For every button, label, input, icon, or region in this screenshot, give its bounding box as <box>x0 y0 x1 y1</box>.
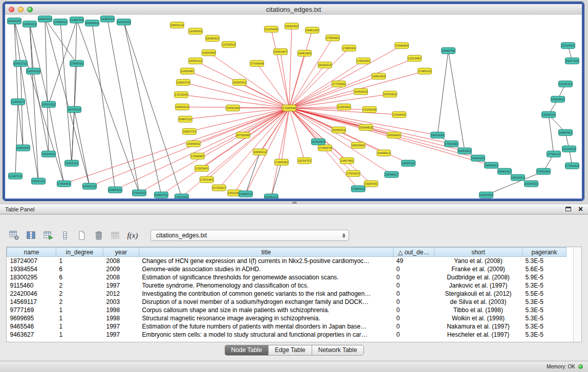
import-table-icon[interactable] <box>41 228 55 243</box>
graph-node[interactable]: 15905131 <box>65 160 79 166</box>
graph-edge[interactable] <box>271 162 281 197</box>
graph-node[interactable]: 14850393 <box>372 73 386 79</box>
minimize-window-button[interactable] <box>18 7 24 12</box>
graph-node[interactable]: 18505931 <box>352 142 365 148</box>
graph-edge[interactable] <box>448 51 465 151</box>
graph-node[interactable]: 18216212 <box>42 151 56 157</box>
column-header[interactable]: in_degree <box>56 248 103 257</box>
graph-node[interactable]: 12754512 <box>222 41 236 48</box>
close-window-button[interactable] <box>9 7 14 12</box>
table-cell[interactable]: 1997 <box>103 281 139 290</box>
graph-node[interactable]: 18099611 <box>377 150 391 156</box>
graph-node[interactable]: 19245021 <box>525 181 538 187</box>
table-cell[interactable]: Hescheler et al. (1997) <box>434 331 522 339</box>
table-cell[interactable]: Structural magnetic resonance image aver… <box>139 314 394 322</box>
graph-node[interactable]: 17615041 <box>175 194 189 199</box>
table-cell[interactable]: 5.3E-5 <box>522 331 567 339</box>
graph-node[interactable]: 18845912 <box>559 129 573 136</box>
graph-node[interactable]: 16640910 <box>285 23 299 29</box>
new-file-icon[interactable] <box>75 228 89 243</box>
table-cell[interactable]: 9115460 <box>7 281 56 290</box>
column-header[interactable]: short <box>434 248 522 257</box>
graph-node[interactable]: 22045612 <box>332 127 346 133</box>
table-row[interactable]: 946554611997Estimation of the future num… <box>7 322 567 331</box>
graph-node[interactable]: 14262214 <box>101 16 115 22</box>
table-cell[interactable]: Franke et al. (2009) <box>434 265 522 273</box>
table-cell[interactable]: Disruption of a novel member of a sodium… <box>139 298 394 306</box>
graph-node[interactable]: 12650312 <box>27 68 40 74</box>
table-cell[interactable]: Tibbo et al. (1998) <box>434 306 522 314</box>
graph-node[interactable]: 17695021 <box>70 60 84 67</box>
graph-node[interactable]: 18096112 <box>265 194 278 199</box>
table-row[interactable]: 1872400712008Changes of HCN gene express… <box>7 257 567 265</box>
graph-edge[interactable] <box>124 22 182 197</box>
graph-node[interactable]: 16156721 <box>298 158 312 164</box>
graph-node[interactable]: 15091245 <box>226 105 240 111</box>
graph-edge[interactable] <box>15 102 18 176</box>
graph-node[interactable]: 17895562 <box>275 159 289 165</box>
table-cell[interactable]: 0 <box>394 298 434 306</box>
table-cell[interactable]: 5.6E-5 <box>522 265 567 273</box>
table-row[interactable]: 911546021997Tourette syndrome. Phenomeno… <box>7 281 567 290</box>
graph-node[interactable]: 17485081 <box>342 45 356 51</box>
table-cell[interactable]: Embryonic stem cells: a model to study s… <box>139 331 394 339</box>
table-cell[interactable]: 14569117 <box>7 298 56 306</box>
graph-edge[interactable] <box>33 71 49 154</box>
graph-node[interactable]: 19505131 <box>32 178 46 184</box>
table-cell[interactable]: Estimation of significance thresholds fo… <box>139 273 394 281</box>
table-cell[interactable]: 2 <box>56 281 103 290</box>
graph-node[interactable]: 12950217 <box>11 99 25 105</box>
graph-node[interactable]: 18019212 <box>511 174 525 181</box>
table-cell[interactable]: Estimation of the future numbers of pati… <box>139 322 394 331</box>
graph-node[interactable]: 16026215 <box>318 62 332 68</box>
table-cell[interactable]: 19384554 <box>7 265 56 273</box>
graph-node[interactable]: 20965812 <box>108 187 122 193</box>
table-row[interactable]: 977716911998Corpus callosum shape and si… <box>7 306 567 314</box>
column-header[interactable]: year <box>103 248 139 257</box>
graph-node[interactable]: 20501312 <box>42 101 56 107</box>
graph-node[interactable]: 15345678 <box>318 145 332 151</box>
merge-table-icon[interactable] <box>108 228 123 243</box>
table-cell[interactable]: 6 <box>56 273 103 281</box>
graph-edge[interactable] <box>246 152 260 194</box>
graph-node[interactable]: 17596011 <box>54 19 68 25</box>
graph-node[interactable]: 20650412 <box>85 20 99 26</box>
graph-node[interactable]: 14200456 <box>202 50 216 56</box>
delete-table-icon[interactable] <box>92 228 106 243</box>
graph-node[interactable]: 17655401 <box>537 168 551 174</box>
graph-node[interactable]: 16961120 <box>306 27 319 33</box>
graph-node[interactable]: 10230212 <box>23 21 37 27</box>
table-cell[interactable]: 5.3E-5 <box>522 306 567 314</box>
graph-edge[interactable] <box>64 108 289 184</box>
graph-node[interactable]: 15519021 <box>561 42 575 49</box>
table-cell[interactable]: 5.3E-5 <box>522 322 567 331</box>
window-titlebar[interactable]: citations_edges.txt <box>5 4 582 15</box>
table-cell[interactable]: 5.3E-5 <box>522 314 567 322</box>
graph-node[interactable]: 14957881 <box>340 158 354 164</box>
tab-edge-table[interactable]: Edge Table <box>268 345 312 355</box>
graph-node[interactable]: 16505112 <box>83 183 97 189</box>
graph-edge[interactable] <box>189 108 289 132</box>
graph-node[interactable]: 21791817 <box>212 185 226 191</box>
graph-node[interactable]: 16554812 <box>383 91 397 97</box>
table-cell[interactable]: 0 <box>394 322 434 331</box>
graph-node[interactable]: 18679191 <box>431 132 445 138</box>
graph-node[interactable]: 26260550 <box>16 145 30 151</box>
column-header[interactable]: △ out_de… <box>394 248 434 257</box>
graph-edge[interactable] <box>72 110 74 163</box>
graph-node[interactable]: 19245041 <box>364 181 378 187</box>
table-row[interactable]: 1830029562008Estimation of significance … <box>7 273 567 281</box>
graph-node[interactable]: 19338302 <box>189 28 203 34</box>
graph-edge[interactable] <box>107 19 139 193</box>
graph-node[interactable]: 17033434 <box>250 60 264 67</box>
table-cell[interactable]: 5.9E-5 <box>522 273 567 281</box>
graph-edge[interactable] <box>289 107 344 108</box>
graph-node[interactable]: 10446512 <box>239 191 253 197</box>
graph-edge[interactable] <box>45 19 49 154</box>
table-cell[interactable]: 0 <box>394 314 434 322</box>
table-cell[interactable]: 5.3E-5 <box>522 281 567 290</box>
graph-node[interactable]: 19061902 <box>298 50 312 56</box>
graph-node[interactable]: 17225401 <box>195 165 209 171</box>
graph-node[interactable]: 19125002 <box>117 19 131 25</box>
graph-node[interactable]: 18099112 <box>253 149 267 155</box>
